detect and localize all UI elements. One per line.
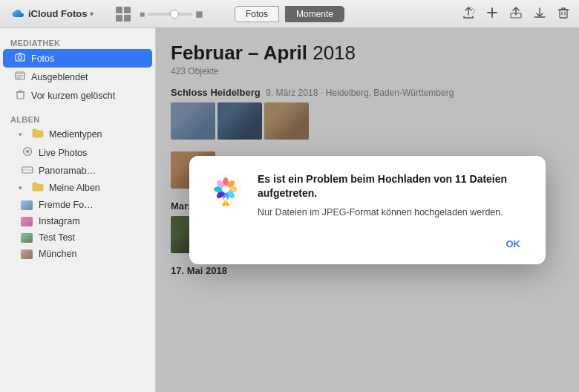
grid-cell bbox=[116, 7, 122, 13]
sidebar: Mediathek Fotos Ausgeblendet bbox=[0, 28, 156, 392]
dialog-inner: ! Es ist ein Problem beim Hochladen von … bbox=[206, 172, 526, 220]
photos-warning-icon: ! bbox=[206, 172, 246, 212]
sidebar-item-live-photos[interactable]: Live Photos bbox=[3, 143, 152, 162]
grid-cell bbox=[124, 7, 131, 13]
svg-rect-1 bbox=[560, 10, 567, 18]
brand-logo[interactable]: iCloud Fotos ▾ bbox=[9, 8, 94, 20]
sidebar-item-fotos[interactable]: Fotos bbox=[3, 49, 152, 68]
fremde-fo-label: Fremde Fo… bbox=[39, 200, 142, 210]
share-icon[interactable] bbox=[509, 6, 523, 22]
grid-cell bbox=[124, 15, 131, 22]
toolbar-icons bbox=[462, 6, 570, 22]
svg-rect-2 bbox=[16, 54, 24, 61]
meine-alben-label: Meine Alben bbox=[49, 183, 142, 193]
dialog-ok-button[interactable]: OK bbox=[500, 235, 527, 252]
hidden-icon bbox=[13, 71, 27, 83]
zoom-thumb[interactable] bbox=[170, 10, 179, 19]
brand-chevron: ▾ bbox=[90, 10, 94, 18]
sidebar-item-instagram[interactable]: Instagram bbox=[3, 213, 152, 229]
live-photos-icon bbox=[21, 146, 34, 159]
grid-cell bbox=[116, 15, 122, 22]
album-thumb-icon bbox=[21, 200, 34, 210]
folder2-icon bbox=[31, 182, 45, 194]
titlebar: iCloud Fotos ▾ ◼ ◼ Fotos Momente bbox=[0, 0, 579, 28]
dialog-title: Es ist ein Problem beim Hochladen von 11… bbox=[258, 172, 526, 201]
zoom-track[interactable] bbox=[148, 13, 192, 16]
error-dialog: ! Es ist ein Problem beim Hochladen von … bbox=[189, 156, 546, 265]
brand-title: iCloud Fotos bbox=[28, 8, 87, 19]
medientypen-label: Medientypen bbox=[49, 129, 142, 140]
view-segmented-control: Fotos Momente bbox=[235, 6, 344, 22]
svg-point-3 bbox=[19, 56, 22, 59]
instagram-album-icon bbox=[21, 217, 34, 226]
dialog-overlay: ! Es ist ein Problem beim Hochladen von … bbox=[156, 28, 579, 392]
fotos-label: Fotos bbox=[31, 53, 142, 64]
dialog-footer: OK bbox=[206, 229, 526, 252]
content-area: Februar – April 2018 423 Objekte Schloss… bbox=[156, 28, 579, 392]
live-photos-label: Live Photos bbox=[39, 148, 142, 158]
dialog-message: Nur Dateien im JPEG-Format können hochge… bbox=[258, 206, 526, 220]
geloescht-label: Vor kurzem gelöscht bbox=[31, 91, 142, 101]
folder-expand-icon: ▾ bbox=[13, 184, 27, 192]
dialog-title-text: Es ist ein Problem beim Hochladen von 11… bbox=[258, 173, 507, 200]
seg-moments-button[interactable]: Momente bbox=[285, 6, 344, 22]
sidebar-item-fremde-fo[interactable]: Fremde Fo… bbox=[3, 197, 152, 213]
icloud-icon bbox=[9, 8, 25, 20]
muenchen-album-icon bbox=[21, 249, 34, 259]
library-section-title: Mediathek bbox=[0, 34, 155, 49]
dialog-icon-wrap: ! bbox=[206, 172, 246, 212]
dialog-body: Es ist ein Problem beim Hochladen von 11… bbox=[258, 172, 526, 220]
panorama-label: Panoramab… bbox=[39, 166, 142, 176]
folder-collapse-icon: ▾ bbox=[13, 131, 27, 138]
delete-icon[interactable] bbox=[557, 6, 570, 22]
zoom-min-icon: ◼ bbox=[140, 10, 145, 18]
test-test-label: Test Test bbox=[39, 232, 142, 243]
ausgeblendet-label: Ausgeblendet bbox=[31, 72, 142, 82]
trash-icon bbox=[13, 89, 27, 102]
upload-icon[interactable] bbox=[462, 6, 475, 22]
svg-rect-5 bbox=[17, 92, 24, 99]
sidebar-item-ausgeblendet[interactable]: Ausgeblendet bbox=[3, 68, 152, 86]
svg-text:!: ! bbox=[224, 199, 226, 207]
sidebar-item-panorama[interactable]: Panoramab… bbox=[3, 162, 152, 179]
sidebar-item-muenchen[interactable]: München bbox=[3, 246, 152, 262]
albums-section-title: Alben bbox=[0, 111, 155, 125]
sidebar-item-geloescht[interactable]: Vor kurzem gelöscht bbox=[3, 86, 152, 105]
svg-point-19 bbox=[222, 186, 229, 193]
sidebar-item-test-test[interactable]: Test Test bbox=[3, 229, 152, 246]
folder-icon bbox=[31, 128, 45, 140]
instagram-label: Instagram bbox=[39, 216, 142, 226]
download-icon[interactable] bbox=[533, 6, 546, 22]
svg-point-7 bbox=[26, 150, 29, 153]
test-album-icon bbox=[21, 233, 34, 243]
seg-photos-button[interactable]: Fotos bbox=[235, 6, 279, 22]
muenchen-label: München bbox=[39, 249, 142, 259]
sidebar-item-meine-alben[interactable]: ▾ Meine Alben bbox=[3, 179, 152, 197]
panorama-icon bbox=[21, 165, 34, 176]
app-layout: Mediathek Fotos Ausgeblendet bbox=[0, 28, 579, 392]
zoom-max-icon: ◼ bbox=[195, 8, 203, 19]
fotos-icon bbox=[13, 52, 27, 65]
grid-view-icon[interactable] bbox=[116, 7, 131, 22]
add-icon[interactable] bbox=[485, 6, 499, 22]
sidebar-item-medientypen[interactable]: ▾ Medientypen bbox=[3, 125, 152, 143]
zoom-control[interactable]: ◼ ◼ bbox=[140, 8, 203, 19]
